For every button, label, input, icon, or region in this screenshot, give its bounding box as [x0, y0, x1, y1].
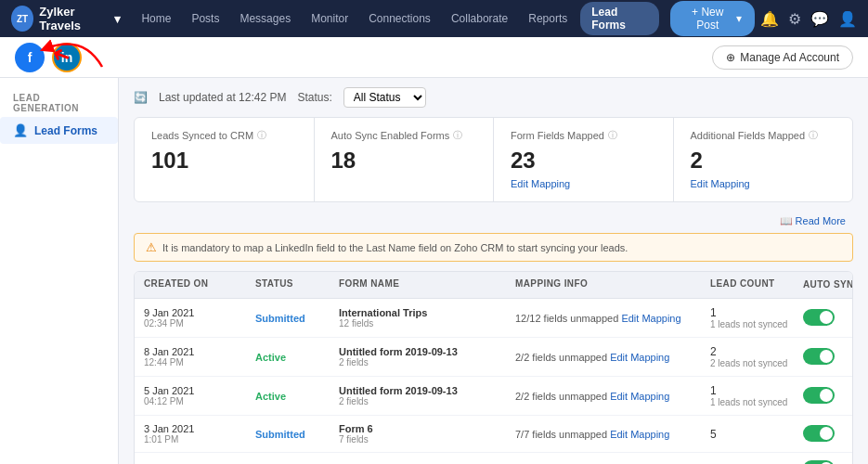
edit-mapping-link-2[interactable]: Edit Mapping: [691, 178, 750, 189]
settings-icon[interactable]: ⚙: [788, 10, 801, 28]
mapping-info-cell: 12/12 fields unmapped Edit Mapping: [515, 313, 710, 324]
auto-sync-toggle[interactable]: [803, 460, 835, 464]
linkedin-icon[interactable]: in: [52, 43, 82, 72]
nav-icons: 🔔 ⚙ 💬 👤: [760, 10, 857, 28]
brand-dropdown-icon[interactable]: ▾: [114, 12, 121, 26]
sidebar-section-label: LEAD GENERATION: [0, 87, 118, 117]
nav-posts[interactable]: Posts: [184, 8, 227, 29]
facebook-icon[interactable]: f: [15, 43, 45, 72]
help-icon-additional[interactable]: ⓘ: [809, 129, 818, 142]
stat-form-fields-value: 23: [511, 148, 656, 174]
sidebar-item-lead-forms-label: Lead Forms: [34, 124, 97, 137]
auto-sync-toggle[interactable]: [803, 348, 835, 365]
date-cell: 8 Jan 2021 12:44 PM: [144, 346, 255, 367]
brand-logo: ZT: [11, 6, 33, 32]
edit-mapping-link[interactable]: Edit Mapping: [610, 429, 669, 440]
status-cell: Active: [255, 391, 339, 402]
edit-mapping-link[interactable]: Edit Mapping: [610, 391, 669, 402]
toggle-cell: [803, 387, 853, 406]
col-form-name: FORM NAME: [339, 278, 515, 291]
status-select[interactable]: All Status Active Submitted: [343, 87, 426, 108]
date-cell: 9 Jan 2021 02:34 PM: [144, 307, 255, 329]
col-mapping-info: MAPPING INFO: [515, 278, 710, 291]
manage-ad-icon: ⊕: [726, 51, 735, 64]
nav-home[interactable]: Home: [134, 8, 178, 29]
form-name-cell: Form 6 7 fields: [339, 423, 515, 445]
social-bar: f in ➜ ⊕ Manage Ad Account: [0, 37, 868, 78]
col-created-on: CREATED ON: [144, 278, 255, 291]
status-cell: Active: [255, 352, 339, 363]
edit-mapping-link[interactable]: Edit Mapping: [610, 352, 669, 363]
stat-additional-fields: Additional Fields Mapped ⓘ 2 Edit Mappin…: [674, 118, 853, 201]
date-cell: 3 Jan 2021 1:01 PM: [144, 423, 255, 445]
notification-icon[interactable]: 🔔: [760, 10, 779, 28]
new-post-dropdown-icon[interactable]: ▾: [736, 12, 742, 25]
stat-additional-fields-value: 2: [691, 148, 836, 174]
help-icon-formfields[interactable]: ⓘ: [608, 129, 617, 142]
lead-count-cell: 1 1 leads not synced: [710, 306, 803, 329]
date-cell: 5 Jan 2021 04:12 PM: [144, 385, 255, 406]
table-header: CREATED ON STATUS FORM NAME MAPPING INFO…: [135, 272, 852, 299]
form-name-cell: Untitled form 2019-09-13 2 fields: [339, 346, 515, 367]
table-row: 2 Jan 2021 Submitted Form 5 7/7 fields u…: [135, 453, 852, 464]
leads-table: CREATED ON STATUS FORM NAME MAPPING INFO…: [134, 271, 853, 464]
sidebar-item-lead-forms[interactable]: 👤 Lead Forms: [0, 117, 118, 144]
mapping-info-cell: 2/2 fields unmapped Edit Mapping: [515, 352, 710, 363]
stat-leads-synced-value: 101: [151, 148, 297, 174]
toggle-cell: [803, 425, 853, 444]
col-lead-count: LEAD COUNT: [710, 278, 803, 291]
form-name-cell: Untitled form 2019-09-13 2 fields: [339, 385, 515, 406]
lead-count-cell: 5: [710, 428, 803, 441]
col-auto-sync: AUTO SYNC ⓘ: [803, 278, 853, 291]
col-status: STATUS: [255, 278, 339, 291]
auto-sync-toggle[interactable]: [803, 387, 835, 404]
new-post-button[interactable]: + New Post ▾: [670, 1, 755, 36]
help-icon-autosync[interactable]: ⓘ: [453, 129, 462, 142]
status-cell: Submitted: [255, 429, 339, 440]
stat-additional-fields-label: Additional Fields Mapped ⓘ: [691, 129, 836, 142]
read-more-link[interactable]: 📖 Read More: [134, 212, 853, 233]
main-panel: 🔄 Last updated at 12:42 PM Status: All S…: [119, 78, 868, 464]
lead-forms-icon: 👤: [13, 123, 28, 137]
nav-reports[interactable]: Reports: [521, 8, 575, 29]
toggle-cell: [803, 460, 853, 464]
edit-mapping-link-1[interactable]: Edit Mapping: [511, 178, 570, 189]
stat-form-fields-label: Form Fields Mapped ⓘ: [511, 129, 656, 142]
nav-brand[interactable]: ZT Zylker Travels ▾: [11, 5, 121, 32]
toggle-cell: [803, 309, 853, 328]
table-row: 8 Jan 2021 12:44 PM Active Untitled form…: [135, 338, 852, 377]
stat-auto-sync: Auto Sync Enabled Forms ⓘ 18: [315, 118, 495, 201]
table-row: 9 Jan 2021 02:34 PM Submitted Internatio…: [135, 299, 852, 338]
form-name-cell: International Trips 12 fields: [339, 307, 515, 329]
warning-bar: ⚠ It is mandatory to map a LinkedIn fiel…: [134, 233, 853, 262]
last-updated-text: Last updated at 12:42 PM: [159, 91, 286, 104]
table-row: 3 Jan 2021 1:01 PM Submitted Form 6 7 fi…: [135, 416, 852, 453]
lead-count-cell: 1 1 leads not synced: [710, 384, 803, 407]
mapping-info-cell: 7/7 fields unmapped Edit Mapping: [515, 429, 710, 440]
edit-mapping-link[interactable]: Edit Mapping: [621, 313, 680, 324]
nav-messages[interactable]: Messages: [232, 8, 298, 29]
refresh-icon[interactable]: 🔄: [134, 91, 148, 104]
auto-sync-toggle[interactable]: [803, 425, 835, 442]
sidebar: LEAD GENERATION 👤 Lead Forms: [0, 78, 119, 464]
warning-text: It is mandatory to map a LinkedIn field …: [162, 242, 628, 253]
brand-name: Zylker Travels: [39, 5, 109, 32]
nav-lead-forms[interactable]: Lead Forms: [580, 2, 658, 35]
stats-row: Leads Synced to CRM ⓘ 101 Auto Sync Enab…: [134, 117, 853, 202]
help-icon-leads[interactable]: ⓘ: [257, 129, 266, 142]
toggle-cell: [803, 348, 853, 367]
top-nav: ZT Zylker Travels ▾ Home Posts Messages …: [0, 0, 868, 37]
auto-sync-toggle[interactable]: [803, 309, 835, 326]
nav-connections[interactable]: Connections: [361, 8, 438, 29]
nav-collaborate[interactable]: Collaborate: [444, 8, 515, 29]
status-cell: Submitted: [255, 313, 339, 324]
nav-monitor[interactable]: Monitor: [304, 8, 356, 29]
lead-count-cell: 2 2 leads not synced: [710, 345, 803, 368]
stat-form-fields: Form Fields Mapped ⓘ 23 Edit Mapping: [494, 118, 674, 201]
manage-ad-label: Manage Ad Account: [740, 51, 839, 64]
manage-ad-account-button[interactable]: ⊕ Manage Ad Account: [712, 45, 853, 70]
stat-auto-sync-label: Auto Sync Enabled Forms ⓘ: [331, 129, 477, 142]
warning-icon: ⚠: [146, 240, 157, 254]
nav-avatar[interactable]: 👤: [838, 10, 857, 28]
chat-icon[interactable]: 💬: [810, 10, 829, 28]
